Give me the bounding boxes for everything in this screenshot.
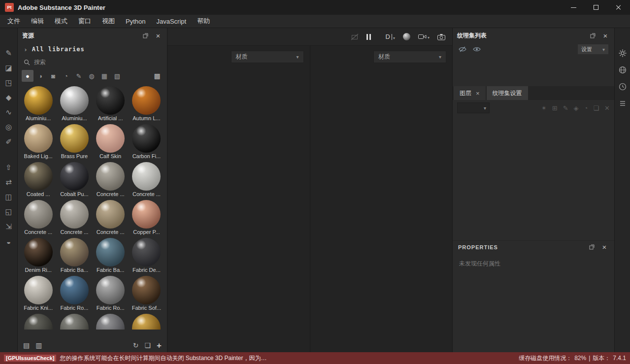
menu-item-1[interactable]: 编辑 [26, 15, 49, 28]
material-thumbnail[interactable] [60, 162, 89, 191]
material-item[interactable]: Fabric Ro... [56, 276, 92, 312]
undock-panel-icon[interactable] [588, 31, 597, 40]
material-thumbnail[interactable] [24, 86, 53, 115]
screenshot-button[interactable] [437, 33, 445, 40]
display-mode-button[interactable]: D ▾ [386, 33, 395, 40]
material-item[interactable]: Aluminiu... [56, 86, 92, 122]
menu-item-6[interactable]: JavaScript [151, 15, 192, 28]
add-smart-mask-icon[interactable]: ◔ [584, 104, 588, 112]
tab-close-icon[interactable]: × [476, 90, 480, 97]
material-select-3d[interactable]: 材质 ▾ [231, 51, 304, 63]
material-item[interactable]: Carbon Fi... [129, 124, 165, 160]
filter-materials-icon[interactable]: ● [22, 70, 33, 82]
material-item[interactable]: Concrete ... [93, 200, 129, 236]
eye-off-icon[interactable] [459, 46, 466, 52]
eye-icon[interactable] [473, 46, 481, 52]
material-thumbnail[interactable] [24, 314, 53, 330]
material-thumbnail[interactable] [24, 200, 53, 229]
add-effect-icon[interactable]: ✶ [541, 104, 547, 112]
search-input[interactable]: 搜索 [18, 56, 167, 68]
material-item[interactable]: Concrete ... [93, 162, 129, 198]
material-item[interactable]: Denim Ri... [20, 238, 56, 274]
materials-grid[interactable]: Aluminiu...Aluminiu...Artificial ...Autu… [18, 83, 167, 330]
export-icon[interactable]: ⇧ [0, 160, 17, 175]
material-thumbnail[interactable] [96, 314, 125, 330]
viewport-3d[interactable]: 材质 ▾ [167, 46, 310, 352]
delete-layer-icon[interactable]: ✕ [604, 104, 610, 112]
material-thumbnail[interactable] [96, 238, 125, 266]
projection-tool-icon[interactable]: ◳ [0, 75, 17, 90]
material-thumbnail[interactable] [132, 124, 161, 153]
material-item[interactable]: Autumn L... [129, 86, 165, 122]
polygon-fill-tool-icon[interactable]: ◆ [0, 90, 17, 105]
add-resource-icon[interactable]: + [157, 341, 162, 350]
material-item[interactable]: Copper P... [129, 200, 165, 236]
texture-set-settings-dropdown[interactable]: 设置 ▾ [578, 44, 608, 54]
material-item[interactable] [56, 314, 92, 330]
viewport-2d[interactable]: 材质 ▾ [310, 46, 453, 352]
material-thumbnail[interactable] [132, 314, 161, 330]
tab-layers[interactable]: 图层 × [454, 86, 486, 100]
shader-icon[interactable]: ◒ [0, 234, 17, 249]
material-item[interactable]: Calf Skin [93, 124, 129, 160]
material-item[interactable]: Concrete ... [20, 200, 56, 236]
symmetry-disabled-icon[interactable] [351, 33, 359, 41]
layers-list-area[interactable] [453, 116, 614, 240]
menu-item-0[interactable]: 文件 [2, 15, 26, 28]
filter-filters-icon[interactable]: ◔ [60, 70, 72, 82]
material-thumbnail[interactable] [132, 276, 161, 304]
material-thumbnail[interactable] [132, 200, 161, 229]
new-folder-icon[interactable]: ❏ [145, 341, 151, 349]
material-item[interactable]: Artificial ... [93, 86, 129, 122]
tab-texture-set-settings[interactable]: 纹理集设置 [487, 86, 528, 100]
close-panel-icon[interactable]: × [154, 31, 163, 40]
material-item[interactable]: Concrete ... [56, 200, 92, 236]
filter-smart-masks-icon[interactable]: ◙ [47, 70, 59, 82]
material-thumbnail[interactable] [24, 162, 53, 191]
menu-item-2[interactable]: 模式 [49, 15, 73, 28]
material-item[interactable]: Aluminiu... [20, 86, 56, 122]
add-fill-layer-icon[interactable]: ◈ [574, 104, 579, 112]
blend-mode-dropdown[interactable]: ▾ [457, 102, 490, 113]
material-item[interactable]: Brass Pure [56, 124, 92, 160]
material-item[interactable] [93, 314, 129, 330]
history-icon[interactable] [615, 79, 630, 94]
close-panel-icon[interactable]: × [601, 31, 610, 40]
expand-all-icon[interactable]: ▥ [35, 341, 42, 349]
assets-box-icon[interactable]: ◫ [0, 190, 17, 204]
material-thumbnail[interactable] [96, 86, 125, 115]
eraser-tool-icon[interactable]: ◪ [0, 61, 17, 75]
menu-item-5[interactable]: Python [120, 15, 151, 28]
maximize-button[interactable] [585, 0, 607, 15]
material-thumbnail[interactable] [60, 238, 89, 266]
minimize-button[interactable] [562, 0, 585, 15]
filter-environments-icon[interactable]: ▧ [111, 70, 123, 82]
material-item[interactable]: Fabric Ba... [93, 238, 129, 274]
material-thumbnail[interactable] [96, 276, 125, 304]
resize-icon[interactable]: ⇲ [0, 219, 17, 234]
material-thumbnail[interactable] [60, 200, 89, 229]
material-thumbnail[interactable] [96, 162, 125, 191]
share-icon[interactable]: ⇄ [0, 175, 17, 190]
menu-item-4[interactable]: 视图 [97, 15, 120, 28]
material-thumbnail[interactable] [60, 276, 89, 304]
material-item[interactable] [20, 314, 56, 330]
material-thumbnail[interactable] [132, 162, 161, 191]
clone-tool-icon[interactable]: ◎ [0, 120, 17, 134]
material-item[interactable]: Fabric Ro... [93, 276, 129, 312]
material-item[interactable]: Fabric Kni... [20, 276, 56, 312]
material-thumbnail[interactable] [96, 124, 125, 153]
material-item[interactable] [129, 314, 165, 330]
material-item[interactable]: Concrete ... [129, 162, 165, 198]
material-thumbnail[interactable] [60, 124, 89, 153]
libraries-selector[interactable]: › All libraries [18, 43, 167, 56]
undock-panel-icon[interactable] [587, 243, 596, 252]
material-item[interactable]: Cobalt Pu... [56, 162, 92, 198]
add-paint-layer-icon[interactable]: ✎ [563, 104, 568, 112]
material-item[interactable]: Fabric Sof... [129, 276, 165, 312]
filter-smart-materials-icon[interactable]: ◑ [34, 70, 46, 82]
material-thumbnail[interactable] [60, 314, 89, 330]
discover-icon[interactable] [615, 63, 630, 77]
menu-item-3[interactable]: 窗口 [73, 15, 97, 28]
material-thumbnail[interactable] [96, 200, 125, 229]
